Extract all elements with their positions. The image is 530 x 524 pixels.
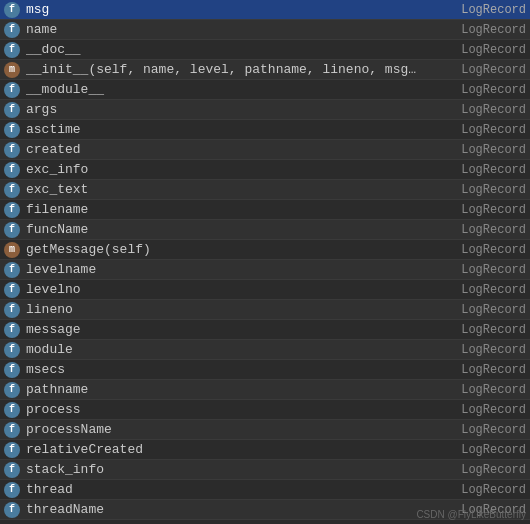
table-row[interactable]: fprocessLogRecord <box>0 400 530 420</box>
member-type: LogRecord <box>461 403 526 417</box>
member-name: __init__(self, name, level, pathname, li… <box>26 62 461 77</box>
table-row[interactable]: fmoduleLogRecord <box>0 340 530 360</box>
table-row[interactable]: fmessageLogRecord <box>0 320 530 340</box>
member-type: LogRecord <box>461 363 526 377</box>
field-icon: f <box>4 102 20 118</box>
field-icon: f <box>4 362 20 378</box>
member-name: pathname <box>26 382 461 397</box>
member-name: threadName <box>26 502 461 517</box>
member-type: LogRecord <box>461 283 526 297</box>
member-name: created <box>26 142 461 157</box>
member-type: LogRecord <box>461 303 526 317</box>
member-name: filename <box>26 202 461 217</box>
member-type: LogRecord <box>461 243 526 257</box>
table-row[interactable]: fexc_infoLogRecord <box>0 160 530 180</box>
field-icon: f <box>4 82 20 98</box>
table-row[interactable]: fcreatedLogRecord <box>0 140 530 160</box>
member-type: LogRecord <box>461 383 526 397</box>
table-row[interactable]: fstack_infoLogRecord <box>0 460 530 480</box>
member-type: LogRecord <box>461 103 526 117</box>
member-name: levelno <box>26 282 461 297</box>
member-type: LogRecord <box>461 63 526 77</box>
table-row[interactable]: fthreadLogRecord <box>0 480 530 500</box>
member-name: stack_info <box>26 462 461 477</box>
member-name: asctime <box>26 122 461 137</box>
field-icon: f <box>4 2 20 18</box>
member-name: thread <box>26 482 461 497</box>
field-icon: f <box>4 22 20 38</box>
member-name: levelname <box>26 262 461 277</box>
field-icon: f <box>4 342 20 358</box>
table-row[interactable]: fprocessNameLogRecord <box>0 420 530 440</box>
field-icon: f <box>4 42 20 58</box>
field-icon: f <box>4 302 20 318</box>
table-row[interactable]: ffuncNameLogRecord <box>0 220 530 240</box>
member-type: LogRecord <box>461 263 526 277</box>
table-row[interactable]: fmsecsLogRecord <box>0 360 530 380</box>
field-icon: f <box>4 262 20 278</box>
table-row[interactable]: fexc_textLogRecord <box>0 180 530 200</box>
member-name: lineno <box>26 302 461 317</box>
member-name: msecs <box>26 362 461 377</box>
member-type: LogRecord <box>461 423 526 437</box>
member-name: args <box>26 102 461 117</box>
field-icon: f <box>4 222 20 238</box>
table-row[interactable]: f__module__LogRecord <box>0 80 530 100</box>
table-row[interactable]: fmsgLogRecord <box>0 0 530 20</box>
member-name: msg <box>26 2 461 17</box>
table-row[interactable]: flevelnoLogRecord <box>0 280 530 300</box>
member-name: getMessage(self) <box>26 242 461 257</box>
table-row[interactable]: m__init__(self, name, level, pathname, l… <box>0 60 530 80</box>
member-type: LogRecord <box>461 23 526 37</box>
member-type: LogRecord <box>461 463 526 477</box>
table-row[interactable]: flinenoLogRecord <box>0 300 530 320</box>
member-type: LogRecord <box>461 3 526 17</box>
member-name: name <box>26 22 461 37</box>
member-name: message <box>26 322 461 337</box>
field-icon: f <box>4 502 20 518</box>
method-icon: m <box>4 242 20 258</box>
member-name: exc_text <box>26 182 461 197</box>
member-type: LogRecord <box>461 83 526 97</box>
member-type: LogRecord <box>461 143 526 157</box>
field-icon: f <box>4 282 20 298</box>
field-icon: f <box>4 122 20 138</box>
field-icon: f <box>4 422 20 438</box>
table-row[interactable]: flevelnameLogRecord <box>0 260 530 280</box>
member-name: module <box>26 342 461 357</box>
member-name: __module__ <box>26 82 461 97</box>
member-type: LogRecord <box>461 203 526 217</box>
method-icon: m <box>4 62 20 78</box>
member-type: LogRecord <box>461 123 526 137</box>
member-name: __doc__ <box>26 42 461 57</box>
field-icon: f <box>4 182 20 198</box>
field-icon: f <box>4 142 20 158</box>
members-table[interactable]: fmsgLogRecordfnameLogRecordf__doc__LogRe… <box>0 0 530 524</box>
member-type: LogRecord <box>461 163 526 177</box>
member-name: funcName <box>26 222 461 237</box>
field-icon: f <box>4 162 20 178</box>
field-icon: f <box>4 202 20 218</box>
table-row[interactable]: f__doc__LogRecord <box>0 40 530 60</box>
member-name: relativeCreated <box>26 442 461 457</box>
member-type: LogRecord <box>461 323 526 337</box>
member-type: LogRecord <box>461 483 526 497</box>
member-name: exc_info <box>26 162 461 177</box>
table-row[interactable]: ffilenameLogRecord <box>0 200 530 220</box>
table-row[interactable]: fasctimeLogRecord <box>0 120 530 140</box>
table-row[interactable]: mgetMessage(self)LogRecord <box>0 240 530 260</box>
watermark: CSDN @FlyLikeButterfly <box>416 509 526 520</box>
member-type: LogRecord <box>461 183 526 197</box>
table-row[interactable]: frelativeCreatedLogRecord <box>0 440 530 460</box>
member-name: processName <box>26 422 461 437</box>
field-icon: f <box>4 462 20 478</box>
table-row[interactable]: fargsLogRecord <box>0 100 530 120</box>
member-type: LogRecord <box>461 223 526 237</box>
table-row[interactable]: fnameLogRecord <box>0 20 530 40</box>
field-icon: f <box>4 442 20 458</box>
member-name: process <box>26 402 461 417</box>
table-row[interactable]: fpathnameLogRecord <box>0 380 530 400</box>
field-icon: f <box>4 482 20 498</box>
member-type: LogRecord <box>461 343 526 357</box>
field-icon: f <box>4 382 20 398</box>
